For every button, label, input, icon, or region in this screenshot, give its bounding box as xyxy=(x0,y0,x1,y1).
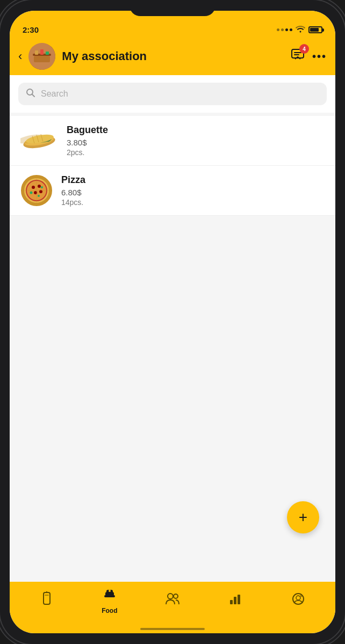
header-actions: 4 ••• xyxy=(291,48,327,64)
svg-point-22 xyxy=(32,186,35,189)
item-qty: 14pcs. xyxy=(61,198,325,207)
bottom-nav: Food xyxy=(10,582,335,625)
stats-icon xyxy=(229,592,242,609)
item-qty: 2pcs. xyxy=(67,148,325,157)
svg-rect-3 xyxy=(40,49,44,55)
items-list: Baguette 3.80$ 2pcs. xyxy=(10,116,335,216)
drink-icon xyxy=(40,591,53,610)
svg-rect-42 xyxy=(238,595,240,604)
home-indicator xyxy=(10,625,335,633)
svg-rect-2 xyxy=(35,50,38,55)
nav-item-stats[interactable] xyxy=(204,592,267,609)
svg-point-23 xyxy=(38,185,41,188)
svg-point-39 xyxy=(174,594,178,598)
notification-button[interactable]: 4 xyxy=(291,48,305,64)
notch xyxy=(130,0,215,16)
search-icon xyxy=(26,88,35,100)
svg-rect-40 xyxy=(230,600,233,604)
nav-item-food[interactable]: Food xyxy=(78,587,141,614)
svg-point-44 xyxy=(296,596,300,600)
list-item[interactable]: Baguette 3.80$ 2pcs. xyxy=(10,116,335,166)
account-icon: € xyxy=(292,592,305,609)
svg-point-28 xyxy=(41,186,43,188)
svg-point-27 xyxy=(38,195,40,197)
item-name: Baguette xyxy=(67,125,325,136)
food-icon xyxy=(102,587,117,605)
home-bar xyxy=(140,628,205,630)
search-box[interactable]: Search xyxy=(18,83,327,105)
phone-screen: 2:30 xyxy=(10,11,335,633)
add-button[interactable]: + xyxy=(287,501,319,533)
svg-point-37 xyxy=(109,590,111,592)
pizza-icon xyxy=(20,174,53,207)
item-info: Baguette 3.80$ 2pcs. xyxy=(67,125,325,157)
svg-rect-41 xyxy=(234,597,236,604)
status-time: 2:30 xyxy=(23,25,39,34)
battery-icon xyxy=(308,26,322,33)
search-container: Search xyxy=(10,75,335,113)
empty-area xyxy=(10,216,335,582)
nav-item-people[interactable] xyxy=(141,592,204,609)
notification-badge: 4 xyxy=(299,44,309,54)
search-placeholder: Search xyxy=(41,89,68,99)
header-title: My association xyxy=(62,49,284,63)
back-button[interactable]: ‹ xyxy=(18,50,22,62)
svg-line-10 xyxy=(32,94,35,97)
item-name: Pizza xyxy=(61,174,325,186)
svg-point-38 xyxy=(168,594,173,599)
item-price: 3.80$ xyxy=(67,138,325,147)
nav-item-drink[interactable] xyxy=(15,591,78,610)
svg-point-26 xyxy=(30,192,33,194)
signal-icon xyxy=(277,28,292,31)
more-button[interactable]: ••• xyxy=(312,50,327,63)
list-item[interactable]: Pizza 6.80$ 14pcs. xyxy=(10,166,335,216)
nav-item-account[interactable]: € xyxy=(267,592,330,609)
svg-rect-32 xyxy=(45,595,49,596)
avatar-image xyxy=(28,43,55,70)
status-icons xyxy=(277,25,322,34)
svg-rect-4 xyxy=(46,52,49,55)
header: ‹ My association xyxy=(10,38,335,75)
item-price: 6.80$ xyxy=(61,188,325,197)
phone-frame: 2:30 xyxy=(0,0,345,644)
content-area: Search xyxy=(10,75,335,582)
people-icon xyxy=(165,592,180,609)
nav-label-food: Food xyxy=(102,607,117,614)
wifi-icon xyxy=(296,25,305,34)
svg-rect-5 xyxy=(34,56,50,62)
avatar xyxy=(28,43,55,70)
baguette-icon xyxy=(20,127,58,154)
battery-fill xyxy=(310,28,319,32)
svg-rect-31 xyxy=(44,592,50,604)
item-info: Pizza 6.80$ 14pcs. xyxy=(61,174,325,207)
